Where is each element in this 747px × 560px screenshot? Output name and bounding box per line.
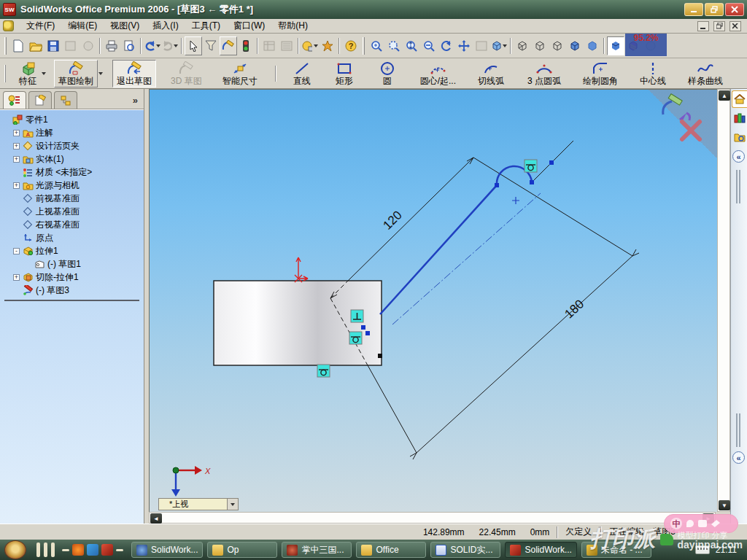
design-table-button[interactable]	[260, 36, 278, 55]
quicklaunch-solidworks-icon[interactable]	[101, 544, 113, 556]
ime-keyboard-icon[interactable]	[698, 520, 707, 527]
measure-dropdown[interactable]	[314, 44, 318, 47]
solidworks-resources-home-icon[interactable]	[732, 90, 747, 108]
rotate-view-button[interactable]	[438, 36, 455, 55]
menu-window[interactable]: 窗口(W)	[227, 18, 271, 34]
task-pane-collapse-button[interactable]: «	[732, 150, 745, 163]
propertymanager-tab[interactable]	[28, 91, 52, 109]
featuremanager-tab[interactable]	[3, 91, 26, 109]
taskbar-button-word-doc[interactable]: SOLID实...	[430, 542, 500, 558]
configurationmanager-tab[interactable]	[54, 91, 77, 109]
hidden-lines-removed-button[interactable]	[549, 36, 566, 55]
features-button[interactable]: 特征	[15, 60, 41, 88]
selection-filter-button[interactable]	[202, 36, 220, 55]
smart-dimension-button[interactable]: 智能尺寸	[218, 60, 262, 88]
pan-button[interactable]	[455, 36, 473, 55]
menu-tools[interactable]: 工具(T)	[185, 18, 227, 34]
print-button[interactable]	[103, 36, 120, 55]
menu-file[interactable]: 文件(F)	[20, 18, 61, 34]
taskbar-button-edrawings[interactable]: SolidWork...	[131, 542, 203, 558]
design-library-icon[interactable]	[732, 109, 747, 127]
taskbar-button-office-folder[interactable]: Office	[356, 542, 426, 558]
scroll-left-button[interactable]: ◄	[150, 513, 162, 524]
zoom-to-selection-button[interactable]	[420, 36, 438, 55]
hidden-lines-visible-button[interactable]	[531, 36, 549, 55]
sketch-points[interactable]	[361, 160, 554, 335]
undo-dropdown[interactable]	[156, 44, 160, 47]
undo-button[interactable]	[144, 36, 161, 55]
rollback-bar[interactable]	[4, 300, 139, 301]
child-close-button[interactable]	[729, 21, 741, 31]
zoom-to-area-button[interactable]	[385, 36, 403, 55]
menu-help[interactable]: 帮助(H)	[271, 18, 314, 34]
tree-item-origin[interactable]: 原点	[1, 231, 144, 244]
quicklaunch-email-icon[interactable]	[87, 544, 98, 556]
select-button[interactable]	[185, 36, 202, 55]
scroll-up-button[interactable]: ▲	[719, 90, 730, 101]
print-preview-button[interactable]	[120, 36, 138, 55]
standard-views-button[interactable]	[490, 36, 508, 55]
part-face[interactable]	[214, 281, 382, 365]
measure-button[interactable]	[301, 36, 319, 55]
tree-item-top-plane[interactable]: 上视基准面	[1, 205, 144, 218]
child-restore-button[interactable]	[713, 21, 725, 31]
rectangle-button[interactable]: 矩形	[331, 60, 357, 88]
render-button[interactable]	[473, 36, 490, 55]
ime-toolbar[interactable]: 中	[664, 514, 738, 533]
constraint-badges[interactable]	[317, 160, 537, 377]
taskbar-button-game[interactable]: 掌中三国...	[282, 542, 352, 558]
ime-fullhalf-icon[interactable]	[686, 520, 694, 527]
toolbar-drag-handle[interactable]	[363, 37, 365, 55]
centerline-button[interactable]: 中心线	[635, 60, 670, 88]
centerpoint-arc-button[interactable]: 圆心/起...	[416, 60, 460, 88]
3-point-arc-button[interactable]: 3 点圆弧	[523, 60, 565, 88]
wireframe-button[interactable]	[514, 36, 531, 55]
exit-sketch-corner-button[interactable]	[663, 94, 690, 122]
tree-item-sketch3-active[interactable]: (-) 草图3	[1, 284, 144, 297]
sketch-button[interactable]	[220, 36, 237, 55]
line-button[interactable]: 直线	[289, 60, 315, 88]
taskbar-button-op-folder[interactable]: Op	[207, 542, 277, 558]
sketch-draw-button[interactable]: 草图绘制	[54, 60, 98, 88]
document-app-icon[interactable]	[3, 20, 14, 31]
menu-edit[interactable]: 编辑(E)	[61, 18, 104, 34]
tree-item-annotations[interactable]: + A 注解	[1, 126, 144, 139]
redo-button[interactable]	[161, 36, 179, 55]
sketch-draw-dropdown[interactable]	[98, 60, 104, 88]
sketch-canvas[interactable]: 120 180	[150, 90, 717, 512]
tree-item-material[interactable]: 材质 <未指定>	[1, 166, 144, 179]
tree-item-right-plane[interactable]: 右视基准面	[1, 218, 144, 231]
taskbar-button-paint[interactable]: 未命名 - ...	[581, 542, 651, 558]
tree-item-sketch1[interactable]: (-) 草图1	[1, 257, 144, 271]
view-orientation-dropdown[interactable]	[227, 499, 238, 510]
menu-view[interactable]: 视图(V)	[104, 18, 146, 34]
scroll-down-button[interactable]: ▼	[719, 500, 730, 510]
rebuild-button[interactable]	[237, 36, 255, 55]
spline-button[interactable]: 样条曲线	[684, 60, 727, 88]
start-button[interactable]	[4, 540, 26, 559]
sketch-point-dark[interactable]	[378, 354, 382, 358]
save-button[interactable]	[44, 36, 62, 55]
zoom-to-fit-button[interactable]	[368, 36, 385, 55]
toolbar-drag-handle[interactable]	[4, 37, 7, 55]
zoom-in-out-button[interactable]	[403, 36, 420, 55]
panel-tab-overflow-button[interactable]: »	[133, 95, 141, 109]
standard-views-dropdown[interactable]	[503, 44, 507, 47]
close-button[interactable]	[725, 3, 744, 16]
quicklaunch-browser-icon[interactable]	[72, 544, 84, 556]
shaded-button[interactable]	[584, 36, 601, 55]
menu-insert[interactable]: 插入(I)	[146, 18, 185, 34]
tree-item-lights-cameras[interactable]: + 光源与相机	[1, 179, 144, 192]
open-button[interactable]	[27, 36, 44, 55]
make-assembly-button[interactable]	[80, 36, 97, 55]
horizontal-scrollbar[interactable]: ◄ ►	[149, 512, 716, 524]
ime-language-button[interactable]: 中	[670, 518, 682, 529]
construction-centerline[interactable]	[392, 193, 541, 324]
taskbar-button-solidworks[interactable]: SolidWork...	[505, 542, 576, 558]
cancel-sketch-corner-button[interactable]	[682, 122, 700, 139]
task-pane-handle[interactable]	[736, 170, 740, 203]
new-document-button[interactable]	[9, 36, 27, 55]
sketch-fillet-button[interactable]: 绘制圆角	[578, 60, 622, 88]
tree-item-extrude1[interactable]: - 拉伸1	[1, 244, 144, 257]
arc-center-mark[interactable]	[512, 197, 519, 204]
